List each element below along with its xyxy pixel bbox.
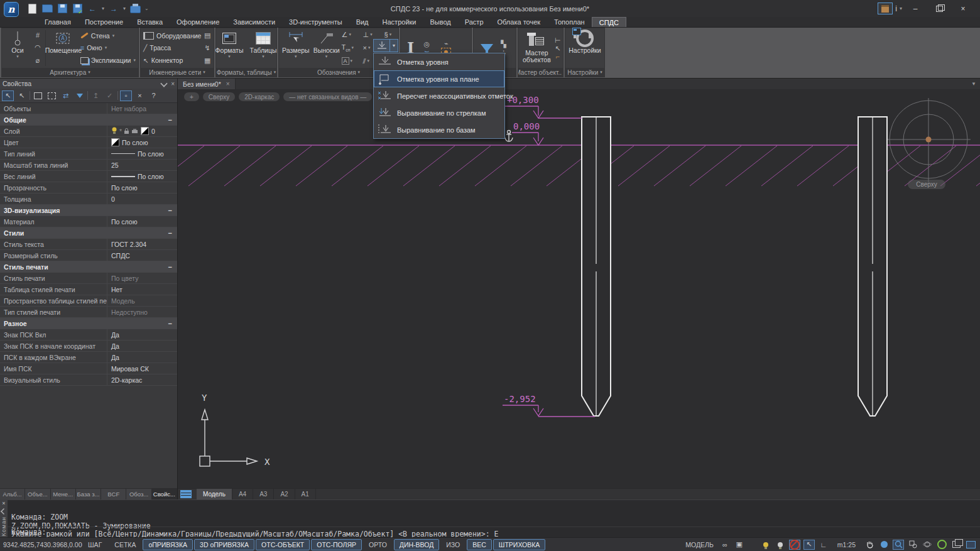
sheet-tab[interactable]: А1	[295, 489, 316, 499]
mode-toggle[interactable]: ОТС-ОБЪЕКТ	[256, 539, 310, 550]
ucs-icon[interactable]: Y X	[200, 393, 270, 467]
zoom-realtime-icon[interactable]	[878, 540, 890, 550]
connector-button[interactable]: ↖Коннектор	[143, 57, 201, 64]
level-dropdown-item[interactable]: Отметка уровня на плане	[374, 70, 504, 87]
mode-toggle[interactable]: 3D оПРИВЯЗКА	[194, 539, 254, 550]
object-master-button[interactable]: Мастер объектов	[520, 31, 554, 65]
group-label-architecture[interactable]: Архитектура▾	[2, 68, 138, 77]
selection-lock-icon[interactable]	[789, 540, 800, 550]
menu-item[interactable]: Настройки	[376, 17, 423, 27]
close-tab-icon[interactable]: ×	[226, 80, 230, 87]
selection-cycling-icon[interactable]: ↖	[803, 540, 815, 550]
command-history[interactable]: Команда: ZOOMZ,ZOOM,ПО,ПОКАЗАТЬ - Зумиро…	[8, 500, 980, 537]
pile-left[interactable]	[582, 117, 611, 416]
info-dropdown[interactable]: ▾	[900, 6, 902, 11]
window-button[interactable]: ≡Окно▾	[80, 44, 136, 52]
pile-right[interactable]	[858, 117, 887, 416]
level-mark-icon[interactable]	[373, 39, 390, 52]
clear-selection-button[interactable]: ×	[134, 90, 146, 101]
axes-grid-icon[interactable]: #	[36, 31, 40, 39]
select-window-button[interactable]	[32, 90, 44, 101]
sheet-tab[interactable]: Модель	[197, 489, 232, 499]
level-mark-bottom[interactable]: -2,952	[503, 394, 595, 417]
locator-compass[interactable]	[886, 98, 971, 182]
angle-dim-button[interactable]: ∠▾	[342, 30, 351, 40]
property-value[interactable]: По цвету	[111, 275, 138, 282]
workspace-icon[interactable]	[878, 3, 893, 14]
redo-dropdown[interactable]: ▾	[123, 6, 126, 11]
property-value[interactable]: По слою	[122, 139, 148, 146]
menu-item[interactable]: Главная	[38, 17, 78, 27]
wall-button[interactable]: Стена▾	[80, 32, 136, 40]
eng-extra1-icon[interactable]: ▤	[204, 31, 210, 40]
property-value[interactable]: 2D-каркас	[111, 376, 142, 384]
property-row[interactable]: Масштаб типа линий * 25 −	[0, 160, 177, 171]
new-file-button[interactable]	[26, 4, 38, 14]
property-value[interactable]: По слою	[138, 173, 164, 180]
axes-arc-icon[interactable]: ◠	[35, 43, 41, 52]
group-label-engineering[interactable]: Инженерные сети▾	[141, 68, 214, 77]
tab-list-dropdown[interactable]: ▼	[971, 79, 980, 89]
property-value[interactable]: Нет	[111, 286, 122, 293]
section-mark-button[interactable]: §▾	[384, 30, 392, 40]
group-label-settings[interactable]: Настройки▾	[565, 68, 604, 77]
property-row[interactable]: Имя ПСК * Мировая СК −	[0, 363, 177, 374]
level-mark-split-button[interactable]: ▼	[373, 39, 400, 52]
help-button[interactable]: ?	[148, 90, 160, 101]
print-button[interactable]	[129, 4, 141, 14]
axes-single-icon[interactable]: ⌀	[36, 57, 40, 65]
text-style-button[interactable]: Tсп▾	[342, 43, 354, 53]
property-value[interactable]: 0	[151, 128, 155, 135]
select-button[interactable]: ↖	[16, 90, 28, 101]
group-label-master[interactable]: Мастер объект..▾	[518, 68, 563, 77]
property-value[interactable]: Недоступно	[111, 308, 148, 316]
drawing-canvas[interactable]: +Сверху2D-каркас— нет связанных видов — …	[178, 89, 980, 488]
property-value[interactable]: СПДС	[111, 252, 130, 259]
locator-view-label[interactable]: Сверху	[908, 180, 945, 189]
property-value[interactable]: По слою	[111, 184, 138, 192]
property-row[interactable]: Стиль текста * ГОСТ 2.304 −	[0, 239, 177, 250]
dimensions-button[interactable]: Размеры▾	[280, 29, 312, 67]
property-value[interactable]: Да	[111, 331, 119, 339]
command-pin-icon[interactable]	[1, 508, 7, 515]
mode-toggle[interactable]: ИЗО	[440, 539, 466, 550]
view-badge[interactable]: +	[184, 92, 199, 101]
move-selection-button[interactable]: ↥	[90, 90, 102, 101]
property-value[interactable]: Да	[111, 354, 119, 361]
property-value[interactable]: Модель	[111, 297, 135, 305]
menu-item[interactable]: Растр	[458, 17, 491, 27]
swap-selection-button[interactable]: ⇄	[60, 90, 72, 101]
property-value[interactable]: Мировая СК	[111, 365, 149, 373]
space-indicator[interactable]: МОДЕЛЬ	[685, 541, 716, 548]
save-button[interactable]	[57, 4, 68, 14]
formats-button[interactable]: Форматы▾	[215, 29, 244, 67]
leaders-button[interactable]: Выноски▾	[312, 29, 342, 67]
property-row[interactable]: Материал * По слою −	[0, 216, 177, 227]
axes-extra-buttons[interactable]: # ◠ ⌀	[32, 29, 43, 67]
property-row[interactable]: 3D-визуализация * −	[0, 205, 177, 216]
apply-button[interactable]: ✓	[104, 90, 116, 101]
property-value[interactable]: 0	[111, 195, 115, 203]
save-all-button[interactable]	[72, 4, 83, 14]
collapse-section-icon[interactable]: −	[168, 207, 172, 214]
master-dim-icon[interactable]: ⊢	[555, 36, 561, 45]
highlight-icon[interactable]	[775, 540, 786, 550]
property-row[interactable]: ПСК в каждом ВЭкране * Да −	[0, 352, 177, 363]
info-button[interactable]: i	[895, 4, 897, 13]
select-add-button[interactable]: ↖	[2, 90, 14, 101]
property-row[interactable]: Стиль печати * −	[0, 261, 177, 273]
property-row[interactable]: Прозрачность * По слою −	[0, 182, 177, 194]
property-row[interactable]: Пространство таблицы стилей печати * Мод…	[0, 295, 177, 307]
property-row[interactable]: Таблица стилей печати * Нет −	[0, 284, 177, 295]
mode-toggle[interactable]: ВЕС	[467, 539, 492, 550]
pan-icon[interactable]	[864, 540, 875, 550]
property-row[interactable]: Знак ПСК в начале координат * Да	[0, 341, 177, 352]
color-swatch[interactable]	[141, 127, 149, 135]
property-row[interactable]: Стили * −	[0, 227, 177, 239]
undo-dropdown[interactable]: ▾	[102, 6, 104, 11]
panel-tab[interactable]: BCF	[101, 489, 126, 499]
level-dropdown-item[interactable]: Пересчет неассоциативных отметок	[374, 87, 504, 104]
view-badge[interactable]: — нет связанных видов —	[283, 92, 372, 101]
mode-toggle[interactable]: ОРТО	[363, 539, 393, 550]
text-box-button[interactable]: A▾	[342, 56, 353, 66]
